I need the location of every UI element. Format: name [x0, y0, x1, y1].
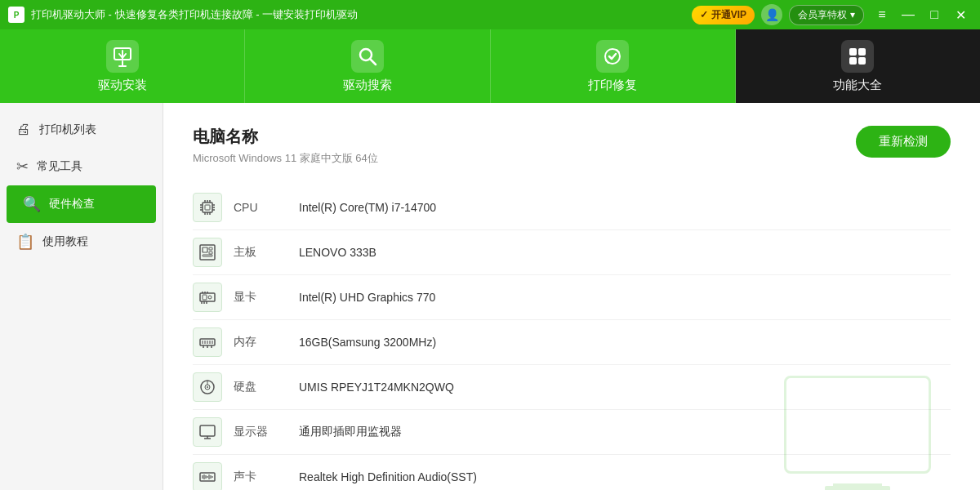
gpu-icon-box	[193, 283, 222, 312]
page-subtitle: Microsoft Windows 11 家庭中文版 64位	[193, 151, 951, 166]
audio-label: 声卡	[234, 470, 299, 484]
svg-rect-6	[858, 48, 866, 56]
monitor-icon-box	[193, 417, 222, 447]
svg-rect-50	[200, 425, 215, 436]
tab-repair-label: 打印修复	[588, 78, 637, 93]
ram-icon-box	[193, 327, 222, 357]
svg-rect-38	[202, 341, 203, 344]
gpu-value: Intel(R) UHD Graphics 770	[299, 291, 435, 304]
tools-icon: ✂	[16, 158, 29, 176]
monitor-value: 通用即插即用监视器	[299, 425, 402, 439]
tab-search-label: 驱动搜索	[343, 78, 392, 93]
svg-rect-29	[203, 295, 207, 300]
sidebar-item-hardware-label: 硬件检查	[49, 197, 95, 212]
disk-value: UMIS RPEYJ1T24MKN2QWQ	[299, 381, 454, 394]
svg-rect-26	[209, 252, 212, 254]
tab-install-label: 驱动安装	[98, 78, 147, 93]
member-label: 会员享特权	[798, 8, 847, 22]
close-button[interactable]: ✕	[949, 3, 972, 26]
hw-item-monitor: 显示器 通用即插即用监视器	[193, 410, 951, 455]
motherboard-label: 主板	[234, 245, 299, 260]
tab-features-label: 功能大全	[833, 78, 882, 93]
sidebar-item-tools-label: 常见工具	[37, 159, 82, 174]
user-icon: 👤	[765, 8, 779, 21]
repair-icon	[596, 40, 629, 73]
ram-value: 16GB(Samsung 3200MHz)	[299, 336, 436, 349]
sidebar-item-tutorial-label: 使用教程	[42, 234, 88, 249]
sidebar: 🖨 打印机列表 ✂ 常见工具 🔍 硬件检查 📋 使用教程	[0, 103, 163, 490]
sidebar-item-printers[interactable]: 🖨 打印机列表	[0, 111, 163, 148]
menu-button[interactable]: ≡	[871, 3, 893, 26]
hardware-icon: 🔍	[23, 195, 41, 213]
chevron-down-icon: ▾	[850, 9, 855, 20]
app-logo: P	[8, 7, 24, 23]
audio-icon-box	[193, 462, 222, 490]
audio-value: Realtek High Definition Audio(SST)	[299, 470, 477, 483]
disk-icon-box	[193, 372, 222, 402]
minimize-button[interactable]: —	[897, 3, 920, 26]
motherboard-icon-box	[193, 238, 222, 267]
maximize-button[interactable]: □	[923, 3, 946, 26]
sidebar-item-hardware[interactable]: 🔍 硬件检查	[7, 185, 156, 223]
titlebar: P 打印机驱动大师 - 快速修复各类打印机连接故障 - 一键安装打印机驱动 ✓ …	[0, 0, 980, 29]
cpu-icon-box	[193, 193, 222, 222]
sidebar-item-printers-label: 打印机列表	[39, 122, 96, 137]
svg-rect-5	[849, 48, 857, 56]
svg-rect-8	[858, 57, 866, 65]
hw-item-motherboard: 主板 LENOVO 333B	[193, 230, 951, 275]
checkmark-icon: ✓	[700, 9, 708, 20]
printer-icon: 🖨	[16, 121, 31, 138]
search-icon	[351, 40, 384, 73]
disk-label: 硬盘	[234, 380, 299, 394]
sidebar-item-tutorial[interactable]: 📋 使用教程	[0, 223, 163, 261]
tutorial-icon: 📋	[16, 233, 34, 251]
cpu-label: CPU	[234, 201, 299, 214]
page-title: 电脑名称	[193, 126, 951, 148]
hw-item-ram: 内存 16GB(Samsung 3200MHz)	[193, 320, 951, 365]
svg-point-30	[208, 296, 212, 299]
titlebar-left: P 打印机驱动大师 - 快速修复各类打印机连接故障 - 一键安装打印机驱动	[8, 7, 358, 23]
motherboard-value: LENOVO 333B	[299, 246, 376, 259]
sidebar-item-tools[interactable]: ✂ 常见工具	[0, 148, 163, 185]
tab-features[interactable]: 功能大全	[736, 29, 980, 103]
monitor-label: 显示器	[234, 425, 299, 439]
svg-rect-7	[849, 57, 857, 65]
gpu-label: 显卡	[234, 290, 299, 305]
tab-install[interactable]: 驱动安装	[0, 29, 245, 103]
user-icon-button[interactable]: 👤	[761, 4, 782, 25]
tab-search[interactable]: 驱动搜索	[245, 29, 490, 103]
svg-rect-27	[203, 255, 212, 256]
app-title: 打印机驱动大师 - 快速修复各类打印机连接故障 - 一键安装打印机驱动	[31, 7, 358, 22]
hw-item-audio: 声卡 Realtek High Definition Audio(SST)	[193, 455, 951, 490]
hw-item-disk: 硬盘 UMIS RPEYJ1T24MKN2QWQ	[193, 365, 951, 410]
svg-rect-25	[209, 247, 212, 250]
vip-button[interactable]: ✓ 开通VIP	[692, 6, 755, 24]
refresh-button[interactable]: 重新检测	[856, 126, 951, 158]
tab-repair[interactable]: 打印修复	[491, 29, 736, 103]
install-icon	[106, 40, 139, 73]
hardware-list: CPU Intel(R) Core(TM) i7-14700 主板 LENOVO…	[193, 185, 951, 490]
window-controls: ≡ — □ ✕	[871, 3, 972, 26]
cpu-value: Intel(R) Core(TM) i7-14700	[299, 201, 436, 214]
titlebar-right: ✓ 开通VIP 👤 会员享特权 ▾ ≡ — □ ✕	[692, 3, 972, 26]
svg-rect-41	[209, 341, 211, 344]
hw-item-cpu: CPU Intel(R) Core(TM) i7-14700	[193, 185, 951, 230]
svg-rect-10	[205, 205, 210, 210]
ram-label: 内存	[234, 335, 299, 350]
member-button[interactable]: 会员享特权 ▾	[789, 5, 864, 25]
svg-rect-40	[207, 341, 208, 344]
svg-rect-24	[203, 247, 207, 252]
vip-label: 开通VIP	[711, 8, 746, 22]
svg-line-3	[370, 59, 376, 65]
features-icon	[841, 40, 874, 73]
svg-rect-42	[212, 341, 213, 344]
nav-tabs: 驱动安装 驱动搜索 打印修复 功能	[0, 29, 980, 103]
svg-rect-9	[203, 203, 212, 212]
hw-item-gpu: 显卡 Intel(R) UHD Graphics 770	[193, 275, 951, 320]
svg-rect-39	[204, 341, 206, 344]
main-layout: 🖨 打印机列表 ✂ 常见工具 🔍 硬件检查 📋 使用教程 电脑名称 Micros…	[0, 103, 980, 490]
content-area: 电脑名称 Microsoft Windows 11 家庭中文版 64位 重新检测	[163, 103, 980, 490]
svg-point-48	[207, 386, 208, 388]
